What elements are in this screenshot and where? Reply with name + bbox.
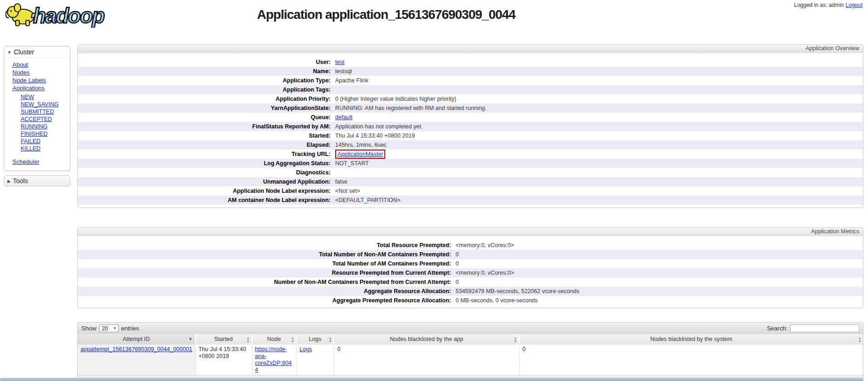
sidebar-state-running[interactable]: RUNNING: [21, 123, 47, 130]
overview-section-title: Application Overview: [78, 45, 863, 53]
info-label: Tracking URL:: [78, 150, 335, 159]
column-header-node[interactable]: Node▴▾: [252, 334, 297, 345]
sidebar-state-accepted[interactable]: ACCEPTED: [21, 116, 52, 122]
info-value: <memory:0, vCores:0>: [456, 241, 514, 250]
node-link[interactable]: https://node-ana-coreZxDP:8044: [255, 346, 292, 373]
sidebar-state-item: FAILED: [21, 138, 70, 145]
sidebar-item-node-labels[interactable]: Node Labels: [12, 77, 46, 84]
info-value: 0: [456, 250, 459, 259]
info-value-link[interactable]: default: [335, 114, 353, 121]
column-header-logs[interactable]: Logs▴▾: [297, 334, 334, 345]
sidebar-state-failed[interactable]: FAILED: [21, 138, 40, 144]
info-row: Application Tags:: [78, 85, 863, 94]
tools-accordion-header[interactable]: ▶Tools: [4, 175, 70, 186]
info-row: AM container Node Label expression:<DEFA…: [78, 196, 863, 205]
sort-both-icon: ▴▾: [247, 334, 249, 345]
info-label: Total Number of Non-AM Containers Preemp…: [78, 250, 456, 259]
info-value: 0: [456, 277, 459, 287]
sort-both-icon: ▴▾: [291, 334, 293, 345]
application-state-list: NEWNEW_SAVINGSUBMITTEDACCEPTEDRUNNINGFIN…: [4, 93, 70, 152]
horizontal-scrollbar[interactable]: [0, 378, 863, 381]
info-value: test: [335, 58, 344, 67]
column-header-nodes-blacklisted-by-the-app[interactable]: Nodes blacklisted by the app▴▾: [334, 334, 520, 345]
sidebar-state-new-saving[interactable]: NEW_SAVING: [21, 101, 58, 108]
application-metrics-section: Application Metrics Total Resource Preem…: [77, 227, 863, 308]
table-cell: Logs: [297, 345, 335, 375]
info-label: Application Tags:: [78, 85, 335, 94]
info-value: 0: [456, 259, 459, 268]
attempts-table-header: Attempt ID▼Started▴▾Node▴▾Logs▴▾Nodes bl…: [77, 334, 863, 345]
sidebar-state-item: KILLED: [21, 145, 70, 152]
info-value-link[interactable]: test: [335, 59, 344, 65]
page-size-value: 20: [102, 325, 108, 332]
info-row: Diagnostics:: [78, 168, 863, 177]
search-input[interactable]: [790, 324, 859, 332]
sidebar-state-killed[interactable]: KILLED: [21, 145, 40, 152]
info-row: User:test: [78, 58, 863, 67]
show-label: Show: [81, 325, 97, 332]
info-label: AM container Node Label expression:: [78, 196, 335, 205]
info-row: Total Number of AM Containers Preempted:…: [78, 259, 863, 268]
info-label: Total Resource Preempted:: [78, 241, 456, 250]
info-label: Aggregate Preempted Resource Allocation:: [78, 296, 456, 305]
info-label: Elapsed:: [78, 140, 335, 150]
logged-in-text: Logged in as: admin: [794, 2, 844, 8]
sidebar-state-item: NEW: [21, 93, 70, 101]
info-row: Unmanaged Application:false: [78, 177, 863, 186]
login-status: Logged in as: adminLogout: [794, 2, 862, 8]
sidebar-item-nodes[interactable]: Nodes: [12, 69, 30, 76]
logout-link[interactable]: Logout: [845, 2, 862, 8]
info-value: 145hrs, 1mins, 6sec: [335, 140, 387, 150]
cluster-title: Cluster: [14, 48, 34, 56]
tracking-url-link[interactable]: ApplicationMaster: [335, 150, 385, 159]
entries-label: entries: [121, 325, 139, 332]
info-label: Name:: [78, 67, 335, 76]
blacklisted-by-app-cell: 0: [334, 345, 520, 375]
column-label: Logs: [309, 336, 321, 342]
column-header-nodes-blacklisted-by-the-system[interactable]: Nodes blacklisted by the system▴▾: [520, 334, 863, 345]
sidebar-item-scheduler-wrap: Scheduler: [4, 158, 70, 165]
column-header-attempt-id[interactable]: Attempt ID▼: [78, 334, 196, 345]
sidebar-state-item: ACCEPTED: [21, 115, 70, 123]
attempts-datatable: Show 20 ▼ entries Search: Attempt ID▼Sta…: [77, 322, 863, 381]
sort-desc-icon: ▼: [188, 334, 193, 345]
info-value: RUNNING: AM has registered with RM and s…: [335, 104, 486, 113]
sidebar-state-submitted[interactable]: SUBMITTED: [21, 109, 54, 115]
column-header-started[interactable]: Started▴▾: [196, 334, 252, 345]
info-label: Number of Non-AM Containers Preempted fr…: [78, 277, 456, 287]
page-size-select[interactable]: 20 ▼: [99, 324, 119, 332]
sidebar-item-about[interactable]: About: [12, 61, 28, 68]
info-value: testsql: [335, 67, 352, 76]
datatable-toolbar: Show 20 ▼ entries Search:: [77, 322, 863, 334]
info-value: <DEFAULT_PARTITION>: [335, 196, 400, 205]
search-label: Search:: [767, 325, 788, 332]
info-row: Started:Thu Jul 4 15:33:40 +0800 2019: [78, 131, 863, 140]
column-label: Nodes blacklisted by the app: [390, 336, 463, 342]
logs-link[interactable]: Logs: [300, 346, 312, 352]
attempt-id-link[interactable]: appattempt_1561367690309_0044_000001: [80, 346, 192, 352]
info-row: Log Aggregation Status:NOT_START: [78, 159, 863, 168]
tools-title: Tools: [13, 177, 28, 185]
table-cell: https://node-ana-coreZxDP:8044: [252, 345, 297, 375]
info-value: 534592479 MB-seconds, 522062 vcore-secon…: [456, 287, 579, 296]
sidebar-item-applications[interactable]: Applications: [12, 85, 45, 92]
sidebar-item-item: Nodes: [12, 69, 70, 76]
overview-table: User:testName:testsqlApplication Type:Ap…: [78, 53, 863, 208]
chevron-right-icon: ▶: [7, 179, 11, 184]
application-overview-section: Application Overview User:testName:tests…: [77, 44, 863, 208]
info-value: <Not set>: [335, 186, 360, 196]
sidebar-state-new[interactable]: NEW: [21, 94, 34, 100]
sort-both-icon: ▴▾: [859, 334, 861, 345]
info-row: Application Type:Apache Flink: [78, 76, 863, 85]
page-title: Application application_1561367690309_00…: [87, 7, 685, 22]
sidebar-state-finished[interactable]: FINISHED: [21, 131, 47, 137]
cluster-accordion-header[interactable]: ▼Cluster: [4, 46, 70, 58]
info-label: Queue:: [78, 113, 335, 122]
sidebar-state-item: RUNNING: [21, 123, 70, 130]
chevron-down-icon: ▼: [7, 50, 11, 55]
info-label: Aggregate Resource Allocation:: [78, 287, 456, 296]
sidebar-item-item: Applications: [12, 84, 70, 92]
sidebar-item-item: About: [12, 61, 70, 69]
sidebar-item-scheduler[interactable]: Scheduler: [12, 158, 40, 165]
column-label: Nodes blacklisted by the system: [650, 336, 732, 342]
